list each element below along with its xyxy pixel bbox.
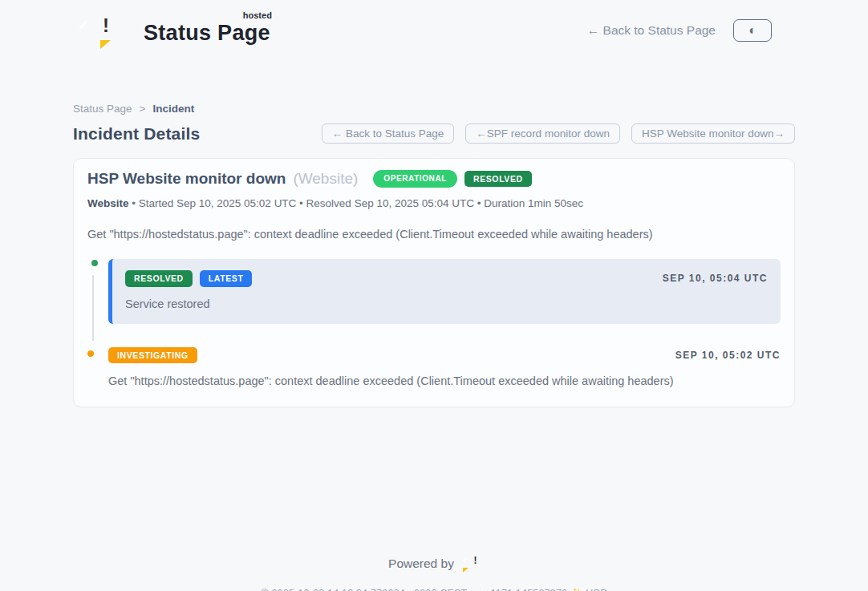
investigating-status-badge: INVESTIGATING — [108, 347, 197, 364]
copyright-text: © 2025-10-08 14:10:34.772084 +0200 CEST … — [0, 587, 868, 591]
breadcrumb-status-page[interactable]: Status Page — [73, 103, 132, 115]
breadcrumb-separator: > — [140, 103, 146, 115]
hsp-logo-icon: ! ✓ — [461, 553, 480, 574]
theme-toggle-button[interactable]: ◐ — [733, 19, 772, 42]
incident-description: Get "https://hostedstatus.page": context… — [87, 228, 781, 241]
incident-title-row: HSP Website monitor down (Website) OPERA… — [87, 170, 781, 188]
brand-logo[interactable]: ! ✓ Status Page hosted — [96, 11, 270, 50]
speech-bubble-tail — [100, 40, 111, 49]
back-to-status-page-link[interactable]: ← Back to Status Page — [587, 23, 716, 38]
latest-badge: LATEST — [200, 270, 253, 287]
timeline-message: Get "https://hostedstatus.page": context… — [108, 374, 781, 387]
resolved-badge: RESOLVED — [464, 171, 532, 188]
incident-timeline: RESOLVED LATEST SEP 10, 05:04 UTC Servic… — [87, 259, 781, 387]
contrast-icon: ◐ — [748, 24, 756, 37]
prev-incident-button[interactable]: ←SPF record monitor down — [465, 123, 620, 144]
operational-badge: OPERATIONAL — [373, 170, 457, 188]
timeline-entry-resolved: RESOLVED LATEST SEP 10, 05:04 UTC Servic… — [108, 259, 781, 324]
powered-by-link[interactable]: Powered by ! ✓ — [388, 553, 480, 574]
header-actions: ← Back to Status Page ◐ — [587, 19, 772, 42]
timeline-dot-resolved — [89, 257, 100, 269]
header: ! ✓ Status Page hosted ← Back to Status … — [73, 0, 795, 50]
incident-card: HSP Website monitor down (Website) OPERA… — [73, 158, 795, 407]
brand-name: Status Page hosted — [144, 11, 270, 46]
powered-by-label: Powered by — [388, 557, 454, 571]
timeline-message: Service restored — [125, 298, 768, 310]
footer: Powered by ! ✓ © 2025-10-08 14:10:34.772… — [0, 553, 868, 591]
hosted-label: hosted — [243, 10, 272, 20]
status-page-logo-icon: ! ✓ — [96, 11, 133, 50]
meta-component: Website — [87, 197, 129, 209]
timeline-timestamp: SEP 10, 05:02 UTC — [675, 350, 781, 361]
incident-component: (Website) — [293, 170, 358, 188]
breadcrumb-incident: Incident — [152, 103, 194, 115]
back-to-status-page-button[interactable]: ← Back to Status Page — [322, 123, 455, 144]
incident-title: HSP Website monitor down — [87, 170, 286, 188]
incident-nav-buttons: ← Back to Status Page ←SPF record monito… — [322, 123, 795, 144]
timeline-entry-header: INVESTIGATING SEP 10, 05:02 UTC — [108, 347, 781, 364]
meta-details: • Started Sep 10, 2025 05:02 UTC • Resol… — [129, 197, 584, 209]
timeline-entry-header: RESOLVED LATEST SEP 10, 05:04 UTC — [125, 270, 768, 287]
next-incident-button[interactable]: HSP Website monitor down→ — [631, 123, 795, 144]
speech-bubble-tail — [463, 568, 468, 573]
incident-meta: Website • Started Sep 10, 2025 05:02 UTC… — [87, 197, 781, 209]
title-row: Incident Details ← Back to Status Page ←… — [73, 123, 795, 144]
timeline-timestamp: SEP 10, 05:04 UTC — [663, 273, 768, 284]
timeline-entry-investigating: INVESTIGATING SEP 10, 05:02 UTC Get "htt… — [108, 347, 781, 388]
resolved-status-badge: RESOLVED — [125, 270, 193, 287]
page-title: Incident Details — [73, 124, 200, 144]
timeline-dot-investigating — [85, 348, 96, 359]
breadcrumb: Status Page > Incident — [73, 103, 795, 115]
